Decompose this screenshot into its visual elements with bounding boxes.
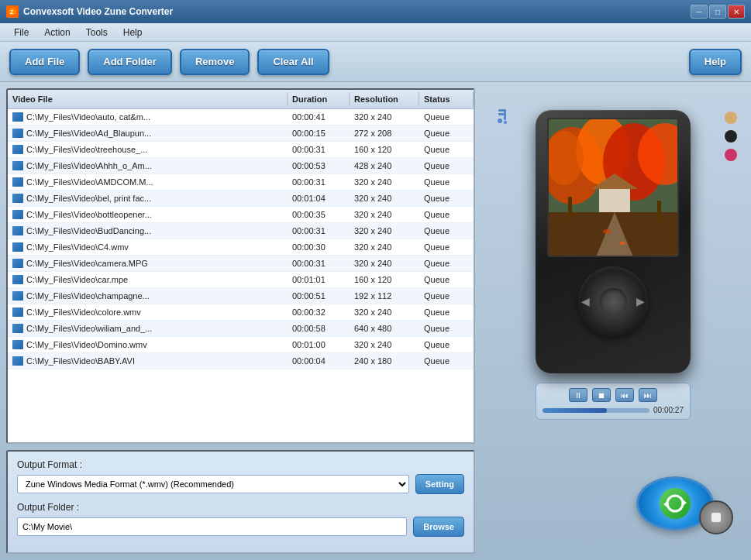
maximize-button[interactable]: □ bbox=[709, 5, 726, 19]
main-content: Video File Duration Resolution Status C:… bbox=[0, 82, 751, 560]
file-name-cell: C:\My_Files\Video\treehouse_... bbox=[8, 143, 288, 156]
file-name-cell: C:\My_Files\Video\wiliam_and_... bbox=[8, 322, 288, 335]
zune-screen-image bbox=[549, 119, 677, 256]
folder-input[interactable] bbox=[17, 517, 407, 536]
color-dot-black[interactable] bbox=[725, 130, 737, 143]
table-row[interactable]: C:\My_Files\Video\BudDancing... 00:00:31… bbox=[8, 223, 474, 239]
file-duration-cell: 00:00:35 bbox=[288, 208, 350, 221]
zune-wheel[interactable]: ◀ ▶ bbox=[578, 266, 648, 336]
file-name-cell: C:\My_Files\Video\Ad_Blaupun... bbox=[8, 127, 288, 139]
table-row[interactable]: C:\My_Files\Video\treehouse_... 00:00:31… bbox=[8, 142, 474, 158]
zune-screen bbox=[547, 118, 679, 257]
progress-bar-container: 00:00:27 bbox=[543, 406, 684, 414]
file-icon bbox=[12, 145, 23, 154]
file-duration-cell: 00:00:31 bbox=[288, 257, 350, 270]
file-status-cell: Queue bbox=[419, 241, 474, 253]
file-name-cell: C:\My_Files\Video\colore.wmv bbox=[8, 306, 288, 318]
file-name-cell: C:\My_Files\Video\auto, cat&m... bbox=[8, 111, 288, 123]
table-row[interactable]: C:\My_Files\Video\AMDCOM.M... 00:00:31 3… bbox=[8, 174, 474, 191]
file-status-cell: Queue bbox=[419, 322, 474, 335]
wheel-left-btn[interactable]: ◀ bbox=[581, 295, 590, 307]
clear-all-button[interactable]: Clear All bbox=[257, 49, 329, 75]
table-row[interactable]: C:\My_Files\Video\colore.wmv 00:00:32 32… bbox=[8, 304, 474, 321]
col-header-duration: Duration bbox=[288, 92, 350, 106]
table-row[interactable]: C:\My_Files\Video\wiliam_and_... 00:00:5… bbox=[8, 321, 474, 337]
table-row[interactable]: C:\My_Files\Video\bel, print fac... 00:0… bbox=[8, 191, 474, 207]
zune-wheel-center[interactable] bbox=[600, 288, 627, 315]
col-header-status: Status bbox=[419, 92, 474, 106]
table-row[interactable]: C:\My_Files\Video\BABY.AVI 00:00:04 240 … bbox=[8, 353, 474, 369]
svg-rect-18 bbox=[657, 201, 661, 220]
folder-row: Browse bbox=[17, 517, 464, 537]
zune-device: ◀ ▶ bbox=[536, 110, 691, 373]
file-resolution-cell: 320 x 240 bbox=[350, 192, 419, 204]
add-file-button[interactable]: Add File bbox=[9, 49, 80, 75]
file-icon bbox=[12, 275, 23, 284]
file-name-cell: C:\My_Files\Video\bottleopener... bbox=[8, 208, 288, 221]
progress-time: 00:00:27 bbox=[653, 406, 684, 414]
svg-rect-17 bbox=[568, 197, 572, 220]
remove-button[interactable]: Remove bbox=[180, 49, 250, 75]
table-row[interactable]: C:\My_Files\Video\auto, cat&m... 00:00:4… bbox=[8, 109, 474, 125]
menu-action[interactable]: Action bbox=[36, 26, 78, 40]
svg-text:Z: Z bbox=[10, 9, 14, 15]
menu-tools[interactable]: Tools bbox=[78, 26, 115, 40]
stop-convert-button[interactable] bbox=[699, 500, 733, 534]
file-resolution-cell: 240 x 180 bbox=[350, 355, 419, 367]
menu-help[interactable]: Help bbox=[115, 26, 150, 40]
file-resolution-cell: 640 x 480 bbox=[350, 322, 419, 335]
add-folder-button[interactable]: Add Folder bbox=[88, 49, 172, 75]
table-row[interactable]: C:\My_Files\Video\car.mpe 00:01:01 160 x… bbox=[8, 272, 474, 288]
file-icon bbox=[12, 161, 23, 170]
file-status-cell: Queue bbox=[419, 176, 474, 188]
svg-point-5 bbox=[498, 119, 502, 123]
table-row[interactable]: C:\My_Files\Video\champagne... 00:00:51 … bbox=[8, 288, 474, 304]
wheel-right-btn[interactable]: ▶ bbox=[636, 295, 645, 307]
color-dot-tan[interactable] bbox=[725, 112, 737, 124]
menu-file[interactable]: File bbox=[6, 26, 36, 40]
help-button[interactable]: Help bbox=[689, 49, 742, 75]
table-row[interactable]: C:\My_Files\Video\bottleopener... 00:00:… bbox=[8, 207, 474, 223]
file-duration-cell: 00:01:04 bbox=[288, 192, 350, 204]
table-row[interactable]: C:\My_Files\Video\Ahhh_o_Am... 00:00:53 … bbox=[8, 158, 474, 174]
stop-button[interactable]: ⏹ bbox=[592, 388, 611, 402]
player-controls: ⏸ ⏹ ⏮ ⏭ 00:00:27 bbox=[536, 383, 691, 420]
window-controls: ─ □ ✕ bbox=[691, 5, 745, 19]
file-name-cell: C:\My_Files\Video\BudDancing... bbox=[8, 225, 288, 237]
music-icon bbox=[497, 108, 515, 126]
file-resolution-cell: 320 x 240 bbox=[350, 306, 419, 318]
col-header-file: Video File bbox=[8, 92, 288, 106]
file-duration-cell: 00:00:31 bbox=[288, 225, 350, 237]
file-resolution-cell: 320 x 240 bbox=[350, 241, 419, 253]
file-name-cell: C:\My_Files\Video\bel, print fac... bbox=[8, 192, 288, 204]
file-duration-cell: 00:00:58 bbox=[288, 322, 350, 335]
color-dot-pink[interactable] bbox=[725, 149, 737, 161]
prev-button[interactable]: ⏮ bbox=[615, 388, 634, 402]
svg-point-19 bbox=[603, 229, 611, 234]
file-duration-cell: 00:00:31 bbox=[288, 143, 350, 156]
format-select[interactable]: Zune Windows Media Format (*.wmv) (Recom… bbox=[17, 475, 409, 493]
close-button[interactable]: ✕ bbox=[728, 5, 745, 19]
file-name-cell: C:\My_Files\Video\champagne... bbox=[8, 290, 288, 302]
table-row[interactable]: C:\My_Files\Video\Domino.wmv 00:01:00 32… bbox=[8, 337, 474, 353]
file-resolution-cell: 320 x 240 bbox=[350, 225, 419, 237]
file-icon bbox=[12, 226, 23, 235]
minimize-button[interactable]: ─ bbox=[691, 5, 708, 19]
svg-point-20 bbox=[619, 242, 625, 245]
file-duration-cell: 00:00:04 bbox=[288, 355, 350, 367]
svg-point-6 bbox=[504, 121, 507, 124]
file-status-cell: Queue bbox=[419, 290, 474, 302]
table-row[interactable]: C:\My_Files\Video\C4.wmv 00:00:30 320 x … bbox=[8, 239, 474, 256]
file-status-cell: Queue bbox=[419, 225, 474, 237]
file-icon bbox=[12, 210, 23, 219]
app-title: Convexsoft Video Zune Converter bbox=[23, 6, 691, 17]
table-row[interactable]: C:\My_Files\Video\Ad_Blaupun... 00:00:15… bbox=[8, 125, 474, 142]
table-row[interactable]: C:\My_Files\Video\camera.MPG 00:00:31 32… bbox=[8, 256, 474, 272]
next-button[interactable]: ⏭ bbox=[639, 388, 657, 402]
player-buttons: ⏸ ⏹ ⏮ ⏭ bbox=[543, 388, 684, 402]
setting-button[interactable]: Setting bbox=[415, 474, 464, 494]
convert-icon bbox=[660, 488, 691, 519]
browse-button[interactable]: Browse bbox=[413, 517, 464, 537]
file-duration-cell: 00:00:15 bbox=[288, 127, 350, 139]
pause-button[interactable]: ⏸ bbox=[569, 388, 587, 402]
